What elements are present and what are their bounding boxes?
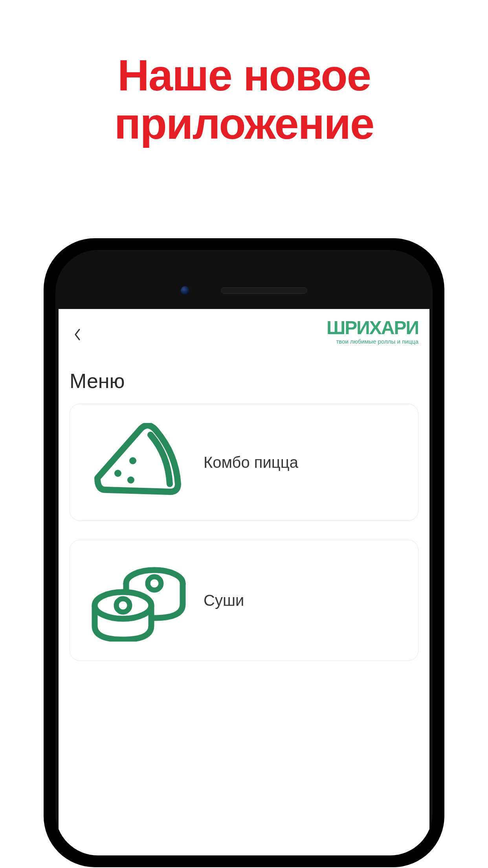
- nav-info[interactable]: [162, 853, 184, 855]
- bottom-nav: [59, 841, 429, 855]
- svg-point-5: [95, 592, 151, 619]
- speaker-slot: [221, 287, 307, 294]
- menu-card-pizza[interactable]: Комбо пицца: [70, 404, 418, 521]
- nav-menu[interactable]: [91, 853, 113, 855]
- cart-icon: [377, 855, 396, 855]
- phone-side-buttons: [44, 372, 44, 541]
- menu-card-sushi[interactable]: Суши: [70, 540, 418, 661]
- menu-list: Комбо пицца: [59, 404, 429, 841]
- svg-point-1: [127, 476, 134, 484]
- back-button[interactable]: [70, 325, 85, 348]
- nav-notifications[interactable]: [304, 853, 326, 855]
- hero-title-line1: Наше новое: [114, 51, 374, 99]
- pizza-icon: [86, 423, 192, 502]
- app-header: ШРИХАРИ твои любимые роллы и пицца: [59, 309, 429, 353]
- brand-tagline: твои любимые роллы и пицца: [327, 338, 418, 345]
- hero-title-line2: приложение: [114, 99, 374, 148]
- nav-cart[interactable]: [375, 853, 397, 855]
- svg-point-2: [129, 457, 136, 464]
- hero-title: Наше новое приложение: [114, 51, 374, 148]
- camera-dot: [181, 286, 189, 295]
- menu-label: Суши: [204, 592, 244, 609]
- page-title: Меню: [59, 353, 429, 404]
- svg-point-0: [114, 470, 121, 477]
- brand-logo: ШРИХАРИ твои любимые роллы и пицца: [327, 318, 418, 345]
- menu-label: Комбо пицца: [204, 454, 298, 471]
- chevron-left-icon: [73, 328, 81, 341]
- nav-profile[interactable]: [233, 853, 255, 855]
- phone-bezel: ШРИХАРИ твои любимые роллы и пицца Меню: [55, 250, 433, 855]
- phone-notch: [55, 281, 433, 300]
- bell-icon: [306, 855, 324, 855]
- brand-name: ШРИХАРИ: [327, 318, 418, 337]
- phone-frame: ШРИХАРИ твои любимые роллы и пицца Меню: [44, 238, 444, 867]
- app-screen: ШРИХАРИ твои любимые роллы и пицца Меню: [59, 309, 429, 855]
- sushi-icon: [86, 559, 192, 642]
